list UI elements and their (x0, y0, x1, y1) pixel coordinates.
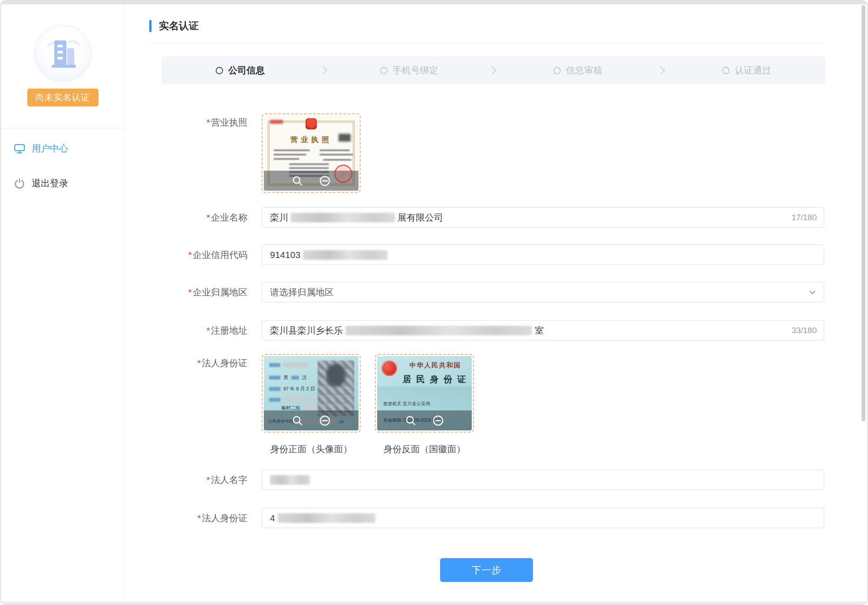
scrollbar-thumb[interactable] (861, 5, 865, 421)
field-value: 栾川 (270, 212, 288, 224)
title-accent-bar (149, 20, 151, 32)
preview-icon[interactable] (292, 415, 303, 426)
step-circle (722, 67, 730, 74)
field-label: *法人名字 (149, 469, 247, 490)
id-back-caption: 身份反面（国徽面） (384, 443, 466, 455)
remove-icon[interactable] (319, 415, 331, 426)
credit-code-input[interactable]: 914103 (262, 245, 824, 265)
field-label: *企业归属地区 (149, 282, 247, 302)
remove-icon[interactable] (319, 175, 331, 187)
redacted-text (269, 363, 280, 367)
id-front-thumbnail[interactable]: 男 汉 97 年 9 月 2 日 (262, 354, 361, 433)
redacted-text (291, 376, 299, 380)
field-label: *营业执照 (149, 113, 247, 193)
thumbnail-toolbar (377, 410, 472, 430)
id-sex-value: 男 (283, 374, 288, 381)
redacted-text (289, 163, 329, 165)
avatar (34, 25, 92, 82)
field-value: 4 (270, 513, 275, 523)
region-select[interactable]: 请选择归属地区 (262, 282, 824, 302)
app-window: 尚未实名认证 用户中心 退出登录 (0, 0, 868, 605)
thumbnail-toolbar (264, 410, 358, 430)
national-emblem-icon (381, 360, 397, 376)
main-content: 实名认证 公司信息 手机号绑定 (125, 4, 867, 604)
page-header: 实名认证 (149, 19, 824, 33)
field-label: *法人身份证 (149, 508, 247, 528)
id-ethnic-value: 汉 (302, 374, 307, 381)
step-circle (216, 67, 223, 74)
chevron-right-icon (488, 65, 499, 76)
redacted-text (269, 387, 280, 391)
redacted-text (278, 513, 375, 523)
required-asterisk: * (207, 117, 210, 127)
redacted-text (289, 167, 329, 169)
scrollbar-track (861, 5, 866, 600)
address-row: *注册地址 栾川县栾川乡长乐 室 33/180 (149, 320, 824, 341)
redacted-text (270, 475, 310, 485)
required-asterisk: * (197, 358, 201, 368)
address-input[interactable]: 栾川县栾川乡长乐 室 33/180 (262, 320, 824, 341)
step-label: 公司信息 (228, 64, 265, 76)
step-label: 认证通过 (735, 64, 771, 76)
chevron-down-icon[interactable] (808, 288, 817, 297)
business-license-thumbnail[interactable]: 营业执照 (262, 113, 361, 193)
next-step-button[interactable]: 下一步 (440, 558, 533, 582)
sidebar-item-logout[interactable]: 退出登录 (1, 173, 125, 194)
step-phone-binding: 手机号绑定 (330, 64, 488, 76)
legal-id-number-input[interactable]: 4 (262, 508, 824, 528)
field-value: 914103 (270, 250, 300, 260)
field-label: *法人身份证 (149, 354, 247, 455)
field-label: *企业名称 (149, 207, 247, 228)
redacted-text (283, 362, 309, 367)
select-placeholder: 请选择归属地区 (270, 286, 334, 298)
step-circle (553, 67, 561, 74)
redacted-portrait (318, 360, 354, 416)
step-label: 手机号绑定 (393, 64, 438, 76)
legal-name-input[interactable] (262, 469, 824, 490)
id-back-thumbnail[interactable]: 中华人民共和国 居 民 身 份 证 签发机关 栾川县公安局 有效期限 2014.… (375, 354, 474, 433)
legal-id-number-row: *法人身份证 4 (149, 508, 824, 528)
preview-icon[interactable] (292, 175, 303, 187)
required-asterisk: * (188, 250, 192, 260)
required-asterisk: * (197, 513, 201, 523)
window-top-border (1, 1, 867, 4)
credit-code-row: *企业信用代码 914103 (149, 245, 824, 265)
id-front-image: 男 汉 97 年 9 月 2 日 (264, 356, 358, 430)
field-value: 栾川县栾川乡长乐 (270, 324, 343, 337)
redacted-text (319, 154, 353, 155)
field-label: *注册地址 (149, 320, 247, 341)
redacted-text (291, 213, 395, 222)
field-value: 展有限公司 (398, 212, 443, 224)
field-label: *企业信用代码 (149, 245, 247, 265)
company-name-row: *企业名称 栾川 展有限公司 17/180 (149, 207, 824, 228)
remove-icon[interactable] (432, 415, 444, 426)
step-auth-passed: 认证通过 (668, 64, 825, 76)
redacted-text (319, 149, 350, 151)
legal-name-row: *法人名字 (149, 469, 824, 490)
required-asterisk: * (207, 475, 210, 485)
company-building-icon (42, 33, 84, 74)
id-country-text: 中华人民共和国 (402, 361, 468, 370)
company-info-form: *营业执照 营业执照 (149, 113, 824, 582)
chevron-right-icon (319, 65, 330, 76)
sidebar-item-user-center[interactable]: 用户中心 (1, 138, 125, 159)
id-front-caption: 身份正面（头像面） (270, 443, 352, 455)
power-icon (14, 178, 25, 189)
company-name-input[interactable]: 栾川 展有限公司 17/180 (262, 207, 824, 228)
required-asterisk: * (188, 287, 192, 297)
business-license-image: 营业执照 (264, 116, 358, 191)
window-bottom-border (1, 602, 867, 604)
step-company-info: 公司信息 (161, 64, 319, 76)
preview-icon[interactable] (405, 415, 417, 426)
step-circle (380, 67, 388, 74)
redacted-text (303, 250, 388, 260)
header-divider (149, 43, 824, 43)
sidebar-item-label: 退出登录 (32, 177, 68, 189)
id-back-image: 中华人民共和国 居 民 身 份 证 签发机关 栾川县公安局 有效期限 2014.… (377, 356, 472, 430)
id-card-title: 居 民 身 份 证 (401, 374, 469, 385)
char-counter: 17/180 (792, 213, 817, 222)
monitor-icon (14, 143, 25, 154)
step-info-review: 信息审核 (499, 64, 657, 76)
char-counter: 33/180 (792, 326, 817, 335)
national-emblem-icon (306, 118, 317, 129)
